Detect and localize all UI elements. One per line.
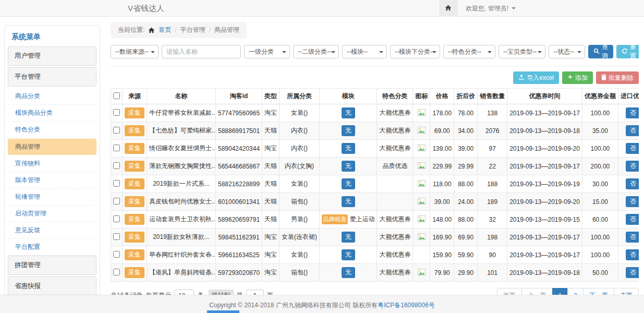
import-choice-cell: 否 — [618, 193, 639, 211]
taoke-id-cell: 565446685867 — [216, 158, 262, 175]
module-badge[interactable]: 无 — [342, 249, 355, 260]
sidebar-item-feedback[interactable]: 意见反馈 — [8, 222, 96, 239]
sidebar-item-module-goods-category[interactable]: 模块商品分类 — [8, 105, 96, 122]
featured-cell — [377, 193, 413, 211]
import-excel-button[interactable]: 导入excel — [513, 71, 559, 84]
price-cell: 229.99 — [430, 158, 454, 175]
import-toggle-button[interactable]: 否 — [626, 178, 639, 189]
main-content: 当前位置: 首页 / 平台管理 / 商品管理 --数据来源-- 一级分类 --二… — [111, 22, 639, 295]
user-dropdown[interactable]: 欢迎您, 管理员! — [457, 0, 524, 17]
row-checkbox[interactable] — [113, 180, 120, 187]
sales-cell: 101 — [478, 264, 507, 282]
sidebar-item-group-buy-management[interactable]: 拼团管理 — [8, 256, 96, 275]
import-toggle-button[interactable]: 否 — [626, 125, 639, 136]
column-header-import-select: 进口优选 — [618, 89, 639, 104]
import-toggle-button[interactable]: 否 — [626, 232, 639, 243]
sidebar-item-platform-management[interactable]: 平台管理 — [8, 67, 96, 87]
taoke-id: 589042420344 — [218, 145, 260, 152]
featured-category-label: 大额优惠券 — [379, 145, 410, 152]
reset-button[interactable]: 重置 — [616, 45, 639, 58]
di-label: 第 — [237, 291, 243, 295]
coupon-time-cell: 2019-09-13—2019-09-20 — [507, 140, 582, 158]
coupon-amount: 50.00 — [592, 269, 608, 276]
module-badge[interactable]: 无 — [342, 267, 355, 278]
module-subcategory-select[interactable]: --模块下分类-- — [390, 45, 440, 58]
home-button[interactable] — [440, 0, 457, 17]
level2-category-select[interactable]: --二级分类-- — [293, 45, 339, 58]
featured-category-label: 大额优惠券 — [379, 233, 410, 240]
module-badge[interactable]: 无 — [342, 143, 355, 154]
row-checkbox[interactable] — [113, 269, 120, 275]
module-badge[interactable]: 无 — [342, 161, 355, 172]
import-toggle-button[interactable]: 否 — [626, 196, 639, 207]
category-cell: 女装() — [280, 104, 320, 122]
breadcrumb-home-link[interactable]: 首页 — [159, 26, 171, 34]
next-page-button[interactable]: 下一页 — [583, 288, 614, 295]
sidebar-item-goods-management[interactable]: 商品管理 — [8, 139, 96, 155]
sidebar-item-promo-material[interactable]: 宣传物料 — [8, 155, 96, 172]
name-cell: 【港风】单肩斜跨链条... — [147, 264, 216, 282]
sales-count: 2076 — [485, 127, 500, 135]
module-cell: 无 — [320, 175, 377, 193]
row-checkbox[interactable] — [113, 109, 120, 116]
column-header-type: 类型 — [262, 89, 280, 104]
module-badge[interactable]: 无 — [342, 125, 355, 136]
row-checkbox[interactable] — [113, 162, 120, 169]
import-toggle-button[interactable]: 否 — [626, 143, 639, 154]
page-number-input[interactable] — [246, 290, 264, 295]
sidebar-item-carousel-management[interactable]: 轮播管理 — [8, 189, 96, 206]
featured-category-select[interactable]: --特色分类-- — [443, 45, 495, 58]
coupon-amount-cell: 100.00 — [582, 104, 618, 122]
batch-delete-button[interactable]: 批量删除 — [596, 71, 639, 84]
chevron-down-icon — [577, 51, 581, 53]
sales-count: 90 — [489, 251, 495, 259]
coupon-time-cell: 2019-09-13—2019-09-17 — [507, 246, 582, 264]
price-cell: 178.00 — [430, 104, 454, 122]
per-page-select[interactable]: 10 — [174, 290, 194, 295]
add-button[interactable]: 添加 — [562, 71, 593, 84]
sidebar-item-version-management[interactable]: 版本管理 — [8, 172, 96, 189]
data-source-select[interactable]: --数据来源-- — [111, 45, 159, 58]
jump-button[interactable]: 跳转到 — [209, 290, 234, 295]
sidebar-item-saving-express[interactable]: 省惠快报 — [8, 276, 96, 295]
level1-category-select[interactable]: 一级分类 — [244, 45, 290, 58]
sidebar-item-user-management[interactable]: 用户管理 — [8, 46, 96, 66]
name-search-input[interactable] — [162, 45, 241, 58]
breadcrumb-separator: / — [175, 27, 176, 34]
import-toggle-button[interactable]: 否 — [626, 249, 639, 260]
row-checkbox[interactable] — [113, 145, 120, 151]
import-toggle-button[interactable]: 否 — [626, 267, 639, 278]
row-checkbox[interactable] — [113, 215, 120, 222]
row-checkbox[interactable] — [113, 198, 120, 204]
module-cell: 无 — [320, 246, 377, 264]
module-badge[interactable]: 无 — [342, 196, 355, 207]
page-2-button[interactable]: 2 — [567, 288, 584, 295]
last-page-button[interactable]: 末页 — [614, 288, 639, 295]
row-checkbox[interactable] — [113, 251, 120, 258]
page-1-button[interactable]: 1 — [552, 288, 568, 295]
sidebar-item-splash-page-management[interactable]: 启动页管理 — [8, 206, 96, 222]
sidebar-item-featured-category[interactable]: 特色分类 — [8, 122, 96, 138]
sidebar-item-goods-category[interactable]: 商品分类 — [8, 88, 96, 105]
module-badge[interactable]: 无 — [342, 232, 355, 243]
row-checkbox[interactable] — [113, 233, 120, 240]
import-toggle-button[interactable]: 否 — [626, 107, 639, 118]
breadcrumb-separator: / — [209, 27, 211, 34]
import-toggle-button[interactable]: 否 — [626, 214, 639, 225]
row-checkbox[interactable] — [113, 127, 120, 134]
item-type-select[interactable]: --宝贝类型-- — [499, 45, 545, 58]
status-select[interactable]: --状态-- — [549, 45, 585, 58]
first-page-button[interactable]: 首页 — [497, 288, 522, 295]
module-badge[interactable]: 品牌精选 — [322, 214, 348, 224]
module-badge[interactable]: 无 — [342, 107, 355, 118]
prev-page-button[interactable]: 上一页 — [521, 288, 553, 295]
icp-link[interactable]: 粤ICP备16098006号 — [378, 302, 434, 309]
module-select[interactable]: --模块-- — [342, 45, 387, 58]
coupon-time: 2019-09-13—2019-09-17 — [509, 163, 580, 170]
category-cell: 内衣(文胸) — [280, 158, 320, 175]
import-toggle-button[interactable]: 否 — [626, 161, 639, 172]
query-button[interactable]: 查询 — [588, 45, 613, 58]
sidebar-item-platform-config[interactable]: 平台配置 — [8, 239, 96, 256]
select-all-checkbox[interactable] — [113, 92, 120, 99]
module-badge[interactable]: 无 — [342, 178, 355, 189]
